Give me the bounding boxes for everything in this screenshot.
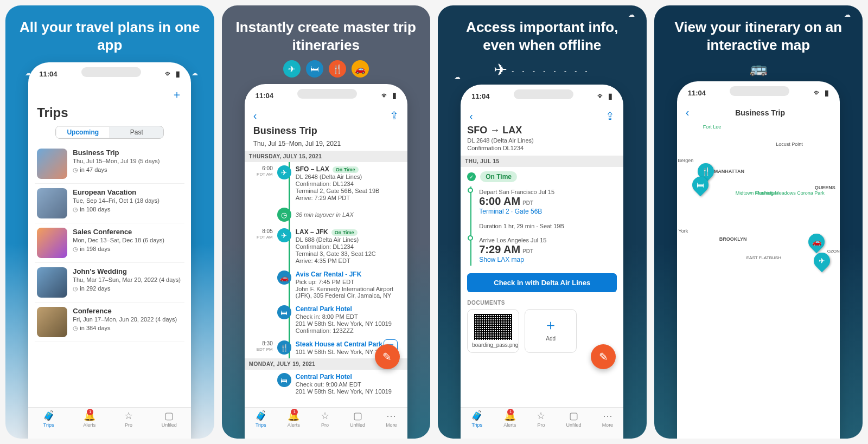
inbox-icon: ▢: [164, 410, 174, 422]
map-pin-car[interactable]: 🚗: [805, 230, 828, 253]
fork-icon: 🍴: [329, 60, 346, 78]
trip-dates: Thu, Mar 17–Sun, Mar 20, 2022 (4 days): [73, 276, 181, 283]
plane-icon: ✈: [283, 60, 301, 78]
arrive-label: Arrive Los Angeles Jul 15: [479, 237, 617, 243]
back-button[interactable]: ‹: [469, 110, 473, 123]
duration-seat: Duration 1 hr, 29 min · Seat 19B: [479, 223, 617, 229]
trip-title: Business Trip: [251, 123, 401, 140]
phone-mock: 11:04ᯤ▮ ‹ ⇪ Business Trip Thu, Jul 15–Mo…: [245, 84, 407, 439]
map-label: Flushing Meadows Corona Park: [755, 190, 825, 196]
timeline-item-flight[interactable]: 8:05PDT AM ✈ LAX – JFKOn Time DL 688 (De…: [251, 225, 401, 267]
wifi-icon: ᯤ: [381, 91, 389, 100]
share-button[interactable]: ⇪: [605, 110, 615, 123]
day-header: THURSDAY, JULY 15, 2021: [245, 151, 407, 162]
add-document-button[interactable]: ＋Add: [525, 309, 577, 353]
promo-panel-4: ☁ View your itinerary on an interactive …: [654, 5, 863, 439]
segmented-control[interactable]: Upcoming Past: [55, 126, 164, 139]
suitcase-icon: 🧳: [43, 410, 55, 422]
terminal-gate[interactable]: Terminal 2 · Gate 56B: [479, 208, 617, 215]
tab-trips[interactable]: 🧳Trips: [255, 410, 267, 428]
promo-panel-2: Instantly create master trip itineraries…: [222, 5, 431, 439]
show-map-link[interactable]: Show LAX map: [479, 256, 617, 263]
tab-unfiled[interactable]: ▢Unfiled: [566, 410, 582, 428]
timeline-layover: ◷ 36 min layover in LAX: [251, 204, 401, 225]
trip-title: Conference: [73, 307, 177, 315]
document-card[interactable]: boarding_pass.png: [467, 309, 519, 353]
flight-route: SFO → LAX: [467, 124, 617, 136]
trip-row[interactable]: Sales ConferenceMon, Dec 13–Sat, Dec 18 …: [35, 223, 184, 263]
tab-pro[interactable]: ☆Pro: [124, 410, 133, 428]
status-row: ✓ On Time: [467, 167, 617, 186]
checkmark-icon: ✓: [467, 172, 476, 181]
documents-label: DOCUMENTS: [467, 300, 617, 306]
tab-trips[interactable]: 🧳Trips: [471, 410, 483, 428]
tab-pro[interactable]: ☆Pro: [537, 410, 545, 428]
tab-alerts[interactable]: 🔔1Alerts: [503, 410, 516, 428]
back-button[interactable]: ‹: [253, 110, 257, 122]
bed-icon: 🛏: [306, 60, 323, 78]
trip-thumbnail: [37, 267, 67, 298]
trip-thumbnail: [37, 228, 67, 258]
day-header: THU, JUL 15: [461, 156, 623, 167]
trip-row[interactable]: Business TripThu, Jul 15–Mon, Jul 19 (5 …: [35, 144, 184, 184]
bed-icon: 🛏: [277, 305, 291, 319]
phone-mock: 11:04ᯤ▮ ‹ Business Trip Fort Lee n Berge…: [677, 81, 840, 439]
checkin-button[interactable]: Check in with Delta Air Lines: [467, 273, 617, 292]
status-time: 11:04: [39, 70, 57, 78]
screen-title: Trips: [35, 103, 184, 124]
tab-bar: 🧳Trips 🔔1Alerts ☆Pro ▢Unfiled ⋯More: [245, 407, 407, 439]
tab-more[interactable]: ⋯More: [386, 410, 397, 428]
trip-thumbnail: [37, 307, 67, 337]
phone-mock: 11:04ᯤ▮ ‹⇪ SFO → LAX DL 2648 (Delta Air …: [461, 85, 623, 439]
timeline-item-hotel[interactable]: 🛏 Central Park Hotel Check in: 8:00 PM E…: [251, 302, 401, 337]
trip-title: John's Wedding: [73, 267, 181, 275]
segment-upcoming[interactable]: Upcoming: [56, 126, 110, 138]
segment-past[interactable]: Past: [110, 126, 163, 138]
share-button[interactable]: ⇪: [390, 109, 399, 122]
notch: [81, 67, 141, 77]
panel-headline: Access important info, even when offline: [438, 5, 647, 60]
tab-bar: 🧳Trips 🔔1Alerts ☆Pro ▢Unfiled: [28, 407, 191, 439]
car-icon: 🚗: [277, 271, 291, 285]
tab-unfiled[interactable]: ▢Unfiled: [350, 410, 365, 428]
trip-thumbnail: [37, 149, 67, 179]
tab-pro[interactable]: ☆Pro: [321, 410, 329, 428]
tab-more[interactable]: ⋯More: [602, 410, 614, 428]
tab-trips[interactable]: 🧳Trips: [43, 410, 55, 428]
trip-title: Sales Conference: [73, 228, 164, 236]
trip-row[interactable]: John's WeddingThu, Mar 17–Sun, Mar 20, 2…: [35, 263, 184, 303]
battery-icon: ▮: [392, 91, 397, 100]
edit-fab[interactable]: ✎: [591, 344, 616, 369]
trip-countdown: in 384 days: [73, 325, 177, 332]
map-label: BROOKLYN: [719, 236, 747, 242]
timeline-item-car[interactable]: 🚗 Avis Car Rental - JFK Pick up: 7:45 PM…: [251, 267, 401, 302]
arrive-time: 7:29 AM: [479, 243, 520, 255]
depart-time: 6:00 AM: [479, 195, 520, 207]
confirmation: Confirmation DL1234: [467, 145, 617, 151]
plane-icon: ✈ - - - - - - - -: [494, 60, 591, 82]
nav-title: Business Trip: [735, 108, 785, 117]
timeline-item-flight[interactable]: 6:00PDT AM ✈ SFO – LAXOn Time DL 2648 (D…: [251, 162, 401, 204]
tab-alerts[interactable]: 🔔1Alerts: [83, 410, 95, 428]
depart-label: Depart San Francisco Jul 15: [479, 189, 617, 195]
trip-dates: Tue, Sep 14–Fri, Oct 1 (18 days): [73, 197, 159, 204]
map-label: n Bergen: [677, 158, 694, 163]
tab-alerts[interactable]: 🔔1Alerts: [288, 410, 300, 428]
map-label: Locust Point: [776, 141, 803, 147]
trip-dates: Mon, Dec 13–Sat, Dec 18 (6 days): [73, 237, 164, 243]
fork-icon: 🍴: [277, 340, 291, 355]
back-button[interactable]: ‹: [686, 106, 690, 119]
trip-row[interactable]: European VacationTue, Sep 14–Fri, Oct 1 …: [35, 184, 184, 223]
add-button[interactable]: ＋: [171, 87, 182, 102]
phone-mock: 11:04 ᯤ▮ ＋ Trips Upcoming Past Business …: [28, 62, 191, 439]
cloud-icon: ☁: [454, 73, 461, 81]
promo-panel-3: ☁ ☁ Access important info, even when off…: [438, 5, 647, 439]
trip-row[interactable]: ConferenceFri, Jun 17–Mon, Jun 20, 2022 …: [35, 303, 184, 342]
trip-dates: Thu, Jul 15–Mon, Jul 19, 2021: [251, 140, 401, 151]
edit-fab[interactable]: ✎: [375, 344, 400, 369]
timeline-item-hotel[interactable]: 🛏 Central Park Hotel Check out: 9:00 AM …: [251, 370, 401, 398]
status-badge: On Time: [480, 171, 517, 182]
status-badge: On Time: [333, 166, 359, 173]
tab-unfiled[interactable]: ▢Unfiled: [162, 410, 177, 428]
cloud-icon: ☁: [628, 11, 635, 18]
